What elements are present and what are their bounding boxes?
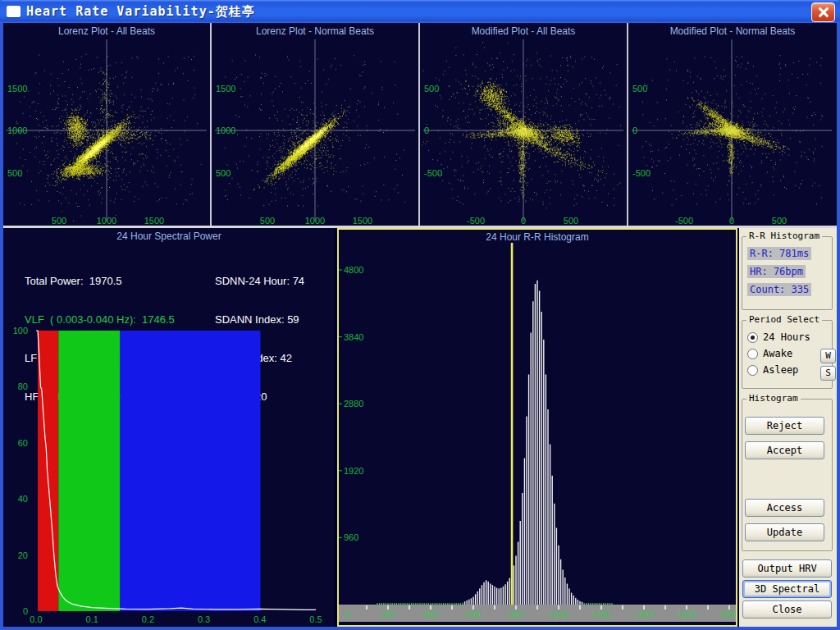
svg-text:60: 60 [18, 438, 28, 448]
svg-text:1000: 1000 [97, 216, 116, 226]
svg-text:40: 40 [18, 494, 28, 504]
wake-mini-button[interactable]: W [820, 349, 836, 363]
app-icon [7, 6, 21, 17]
svg-text:800: 800 [509, 609, 523, 619]
output-hrv-button[interactable]: Output HRV [742, 559, 832, 578]
svg-text:400: 400 [423, 609, 438, 619]
svg-text:1000: 1000 [7, 126, 27, 135]
spectral-chart: 0204060801000.00.10.20.30.40.5 [3, 325, 335, 627]
svg-text:20: 20 [18, 550, 28, 560]
group-rr-title: R-R Histogram [746, 231, 822, 241]
update-button[interactable]: Update [745, 523, 824, 541]
stat-total-power: Total Power: 1970.5 [25, 274, 175, 288]
modified-plot-normal-beats: Modified Plot - Normal Beats -500-500005… [628, 23, 837, 226]
svg-text:500: 500 [7, 168, 22, 178]
accept-button[interactable]: Accept [745, 441, 824, 459]
plot-title: Lorenz Plot - All Beats [3, 25, 210, 37]
radio-asleep[interactable]: Asleep [747, 362, 832, 378]
svg-text:2880: 2880 [344, 399, 363, 409]
rr-histogram-chart[interactable]: 0200400600800100012001400160018009601920… [339, 230, 736, 625]
svg-text:0: 0 [424, 126, 429, 135]
svg-text:-500: -500 [632, 168, 651, 178]
plot-title: Modified Plot - All Beats [420, 25, 627, 37]
radio-icon [747, 365, 758, 376]
reject-button[interactable]: Reject [745, 417, 824, 435]
scatter-plot-canvas: 5005001000100015001500 [212, 23, 418, 226]
spectral-3d-button[interactable]: 3D Spectral [742, 580, 832, 598]
app-window: Heart Rate Variability-贺桂亭 Lorenz Plot -… [0, 0, 840, 630]
hr-value: HR: 76bpm [747, 265, 806, 278]
svg-text:-500: -500 [424, 168, 442, 178]
svg-text:0: 0 [23, 606, 28, 616]
svg-text:1200: 1200 [591, 609, 611, 619]
sleep-mini-button[interactable]: S [820, 366, 836, 381]
svg-text:1600: 1600 [677, 609, 696, 619]
svg-text:500: 500 [564, 216, 578, 226]
svg-text:500: 500 [260, 216, 275, 226]
group-histogram-title: Histogram [746, 393, 801, 404]
svg-text:0.0: 0.0 [30, 614, 42, 624]
sidebar: R-R Histogram R-R: 781ms HR: 76bpm Count… [739, 228, 837, 627]
lorenz-plot-normal-beats: Lorenz Plot - Normal Beats 5005001000100… [212, 23, 418, 226]
svg-text:1920: 1920 [344, 466, 363, 476]
plot-title: Modified Plot - Normal Beats [628, 25, 837, 37]
svg-text:0: 0 [632, 126, 637, 135]
radio-awake[interactable]: Awake [747, 345, 832, 362]
scatter-plot-canvas: -500-50000500500 [628, 23, 837, 226]
svg-text:80: 80 [18, 381, 28, 391]
svg-text:1800: 1800 [719, 609, 736, 619]
svg-text:1000: 1000 [216, 126, 235, 135]
group-period-select: Period Select 24 Hours Awake Asleep [742, 320, 833, 389]
close-dialog-button[interactable]: Close [742, 600, 832, 619]
access-button[interactable]: Access [745, 499, 824, 517]
svg-text:0: 0 [345, 609, 350, 619]
plot-title: Lorenz Plot - Normal Beats [212, 25, 418, 37]
svg-text:500: 500 [424, 84, 439, 94]
client-area: Lorenz Plot - All Beats 5005001000100015… [3, 23, 837, 627]
svg-text:100: 100 [13, 326, 28, 336]
spectral-panel-title: 24 Hour Spectral Power [3, 231, 335, 242]
svg-text:600: 600 [466, 609, 481, 619]
rr-histogram-title: 24 Hour R-R Histogram [339, 231, 736, 243]
group-period-title: Period Select [746, 314, 822, 325]
svg-text:500: 500 [772, 216, 787, 226]
svg-text:3840: 3840 [344, 332, 363, 342]
radio-icon [747, 349, 758, 359]
svg-text:1500: 1500 [216, 84, 235, 94]
svg-text:500: 500 [632, 84, 647, 94]
group-rr-histogram: R-R Histogram R-R: 781ms HR: 76bpm Count… [742, 236, 833, 310]
radio-label: Awake [763, 348, 792, 359]
svg-text:1500: 1500 [353, 216, 372, 226]
svg-text:0.2: 0.2 [142, 614, 154, 624]
svg-text:1500: 1500 [144, 216, 164, 226]
svg-text:1500: 1500 [7, 84, 27, 94]
svg-text:0.1: 0.1 [86, 614, 98, 624]
scatter-plot-canvas: -500-50000500500 [420, 23, 627, 226]
close-button[interactable] [811, 2, 835, 22]
svg-text:0.3: 0.3 [198, 614, 210, 624]
scatter-plot-canvas: 5005001000100015001500 [3, 23, 210, 226]
radio-label: Asleep [763, 364, 798, 376]
rr-value: R-R: 781ms [747, 247, 811, 260]
svg-text:960: 960 [344, 532, 358, 542]
stat-sdnn24: SDNN-24 Hour: 74 [215, 274, 304, 288]
spectral-power-panel: 24 Hour Spectral Power Total Power: 1970… [3, 228, 335, 627]
svg-text:1000: 1000 [305, 216, 325, 226]
svg-text:0.5: 0.5 [309, 614, 322, 624]
modified-plot-all-beats: Modified Plot - All Beats -500-500005005… [420, 23, 627, 226]
window-title: Heart Rate Variability-贺桂亭 [26, 4, 255, 20]
svg-text:0: 0 [521, 216, 526, 226]
count-value: Count: 335 [747, 283, 811, 296]
svg-text:0: 0 [729, 216, 734, 226]
svg-text:-500: -500 [467, 216, 485, 226]
title-bar: Heart Rate Variability-贺桂亭 [0, 0, 840, 23]
radio-24-hours[interactable]: 24 Hours [747, 329, 832, 345]
svg-text:500: 500 [216, 168, 231, 178]
svg-text:0.4: 0.4 [253, 614, 266, 624]
svg-text:1000: 1000 [549, 609, 568, 619]
svg-text:200: 200 [381, 609, 395, 619]
svg-text:-500: -500 [675, 216, 693, 226]
svg-text:4800: 4800 [344, 265, 363, 275]
radio-label: 24 Hours [763, 331, 810, 343]
lorenz-plot-all-beats: Lorenz Plot - All Beats 5005001000100015… [3, 23, 210, 226]
